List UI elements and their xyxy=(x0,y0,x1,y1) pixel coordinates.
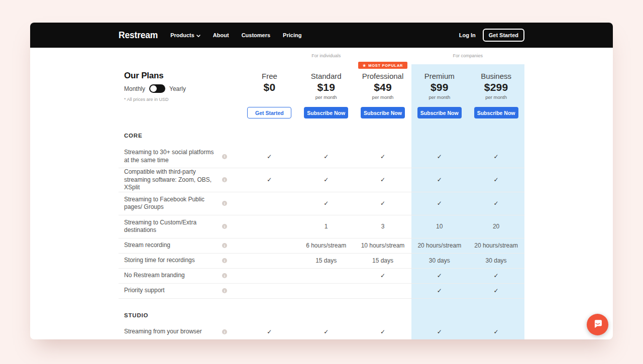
group-label-individuals: For individuals xyxy=(241,53,411,58)
billing-toggle[interactable] xyxy=(149,84,165,93)
plan-header-business: Business$299per month xyxy=(468,62,524,100)
plan-price: $299 xyxy=(468,81,524,93)
check-icon: ✓ xyxy=(324,200,329,207)
plan-period: per month xyxy=(298,94,355,100)
check-icon: ✓ xyxy=(437,153,442,160)
cta-button-business[interactable]: Subscribe Now xyxy=(474,107,518,118)
plan-value-cell: ✓ xyxy=(411,328,468,335)
site-window: Restream ProductsAboutCustomersPricing L… xyxy=(30,23,613,339)
intercom-messenger-icon xyxy=(593,319,603,331)
get-started-nav-button[interactable]: Get Started xyxy=(483,29,524,42)
most-popular-label: MOST POPULAR xyxy=(368,63,403,68)
check-icon: ✓ xyxy=(437,272,442,279)
check-icon: ✓ xyxy=(324,153,329,160)
login-link[interactable]: Log In xyxy=(459,32,476,38)
feature-label: Priority support xyxy=(124,287,218,295)
cta-button-free[interactable]: Get Started xyxy=(247,107,291,118)
section-header-studio: STUDIO xyxy=(119,299,524,325)
plan-value-cell: ✓ xyxy=(468,176,524,183)
check-icon: ✓ xyxy=(494,153,499,160)
plan-price: $19 xyxy=(298,81,355,93)
cta-button-premium[interactable]: Subscribe Now xyxy=(417,107,462,118)
feature-label: Streaming to Facebook Public pages/ Grou… xyxy=(124,196,218,211)
nav-link-products[interactable]: Products xyxy=(170,32,200,38)
billing-toggle-row: Monthly Yearly xyxy=(124,84,186,93)
check-icon: ✓ xyxy=(324,176,329,183)
plan-value-cell: 15 days xyxy=(298,257,355,264)
plan-header-premium: Premium$99per month xyxy=(411,62,468,100)
yearly-label[interactable]: Yearly xyxy=(169,85,186,92)
monthly-label[interactable]: Monthly xyxy=(124,85,145,92)
star-icon: ★ xyxy=(363,63,366,68)
check-icon: ✓ xyxy=(380,153,385,160)
plan-value-cell: 6 hours/stream xyxy=(298,242,355,249)
info-icon[interactable]: i xyxy=(222,201,227,206)
check-icon: ✓ xyxy=(437,176,442,183)
feature-label: Compatible with third-party streaming so… xyxy=(124,168,218,192)
info-icon[interactable]: i xyxy=(222,177,227,182)
nav-link-about[interactable]: About xyxy=(213,32,229,38)
check-icon: ✓ xyxy=(437,200,442,207)
feature-label-cell: Stream recordingi xyxy=(119,241,241,250)
plan-value-cell: 20 xyxy=(468,223,524,230)
nav-link-customers[interactable]: Customers xyxy=(242,32,270,38)
plan-value-cell: 15 days xyxy=(355,257,411,264)
plan-value-cell: ✓ xyxy=(355,153,411,160)
info-icon[interactable]: i xyxy=(222,224,227,229)
check-icon: ✓ xyxy=(437,328,442,335)
badge-slot xyxy=(298,62,355,69)
chat-launcher-button[interactable] xyxy=(587,314,608,335)
plan-value-cell: ✓ xyxy=(468,328,524,335)
feature-label: Storing time for recordings xyxy=(124,257,218,265)
info-icon[interactable]: i xyxy=(222,243,227,248)
plan-value-cell: ✓ xyxy=(411,272,468,279)
plan-header-free: Free$0 xyxy=(241,62,298,100)
check-icon: ✓ xyxy=(494,200,499,207)
plan-value-cell: ✓ xyxy=(411,287,468,294)
feature-row: Compatible with third-party streaming so… xyxy=(119,168,524,192)
feature-label-cell: Storing time for recordingsi xyxy=(119,257,241,265)
cta-button-standard[interactable]: Subscribe Now xyxy=(304,107,348,118)
nav-link-pricing[interactable]: Pricing xyxy=(283,32,301,38)
plan-value-cell: ✓ xyxy=(241,153,298,160)
feature-label: Streaming to 30+ social platforms at the… xyxy=(124,149,218,164)
info-icon[interactable]: i xyxy=(222,258,227,263)
plan-value-cell: ✓ xyxy=(411,200,468,207)
feature-table: COREStreaming to 30+ social platforms at… xyxy=(119,125,524,339)
plans-intro: Our Plans Monthly Yearly * All prices ar… xyxy=(124,71,186,102)
cta-button-professional[interactable]: Subscribe Now xyxy=(361,107,405,118)
info-icon[interactable]: i xyxy=(222,273,227,278)
plan-value-cell: ✓ xyxy=(298,200,355,207)
feature-label: Stream recording xyxy=(124,241,218,250)
plan-value-cell: 30 days xyxy=(468,257,524,264)
plan-value-cell: ✓ xyxy=(298,153,355,160)
plan-value-cell: 1 xyxy=(298,223,355,230)
plan-period: per month xyxy=(468,94,524,100)
plan-value-cell: ✓ xyxy=(355,200,411,207)
plan-price: $0 xyxy=(241,81,298,93)
info-icon[interactable]: i xyxy=(222,288,227,293)
plan-value-cell: ✓ xyxy=(298,328,355,335)
check-icon: ✓ xyxy=(267,328,272,335)
group-label-companies: For companies xyxy=(411,53,524,58)
feature-label-cell: Streaming to 30+ social platforms at the… xyxy=(119,149,241,164)
cta-spacer xyxy=(119,107,241,118)
plan-name: Free xyxy=(241,72,298,80)
plan-period: per month xyxy=(411,94,468,100)
info-icon[interactable]: i xyxy=(222,154,227,159)
info-icon[interactable]: i xyxy=(222,329,227,334)
plan-value-cell: ✓ xyxy=(355,176,411,183)
toggle-knob xyxy=(150,85,157,92)
check-icon: ✓ xyxy=(380,328,385,335)
plan-name: Premium xyxy=(411,72,468,80)
badge-slot xyxy=(411,62,468,69)
plan-value-cell: ✓ xyxy=(355,328,411,335)
restream-logo[interactable]: Restream xyxy=(119,30,158,41)
feature-row: Priority supporti✓✓ xyxy=(119,284,524,299)
plan-name: Business xyxy=(468,72,524,80)
feature-row: Streaming from your browseri✓✓✓✓✓ xyxy=(119,325,524,340)
check-icon: ✓ xyxy=(324,328,329,335)
check-icon: ✓ xyxy=(380,176,385,183)
feature-row: Storing time for recordingsi15 days15 da… xyxy=(119,254,524,269)
check-icon: ✓ xyxy=(494,176,499,183)
